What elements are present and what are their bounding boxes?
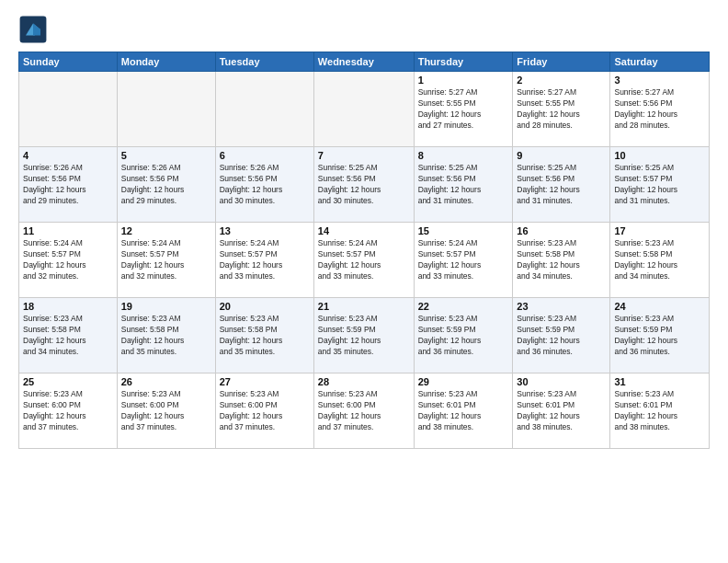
day-number: 6 <box>220 150 310 161</box>
day-number: 22 <box>418 301 509 312</box>
calendar-cell <box>215 72 313 147</box>
day-number: 24 <box>614 301 705 312</box>
calendar-week-3: 18Sunrise: 5:23 AM Sunset: 5:58 PM Dayli… <box>19 298 710 373</box>
page: SundayMondayTuesdayWednesdayThursdayFrid… <box>0 0 728 563</box>
calendar-cell: 8Sunrise: 5:25 AM Sunset: 5:56 PM Daylig… <box>414 147 513 223</box>
day-info: Sunrise: 5:23 AM Sunset: 6:01 PM Dayligh… <box>418 389 509 433</box>
day-number: 7 <box>318 150 410 161</box>
calendar-week-2: 11Sunrise: 5:24 AM Sunset: 5:57 PM Dayli… <box>19 223 710 298</box>
day-number: 14 <box>318 225 410 236</box>
day-info: Sunrise: 5:24 AM Sunset: 5:57 PM Dayligh… <box>121 238 211 282</box>
day-info: Sunrise: 5:23 AM Sunset: 6:00 PM Dayligh… <box>121 389 211 433</box>
logo <box>18 15 51 44</box>
day-info: Sunrise: 5:23 AM Sunset: 6:01 PM Dayligh… <box>614 389 705 433</box>
calendar-cell <box>117 72 215 147</box>
weekday-sunday: Sunday <box>19 52 118 72</box>
calendar-cell: 14Sunrise: 5:24 AM Sunset: 5:57 PM Dayli… <box>313 223 414 298</box>
calendar-cell: 28Sunrise: 5:23 AM Sunset: 6:00 PM Dayli… <box>313 373 414 449</box>
day-info: Sunrise: 5:26 AM Sunset: 5:56 PM Dayligh… <box>23 163 113 207</box>
weekday-tuesday: Tuesday <box>215 52 313 72</box>
day-info: Sunrise: 5:24 AM Sunset: 5:57 PM Dayligh… <box>23 238 113 282</box>
day-number: 21 <box>318 301 410 312</box>
day-info: Sunrise: 5:26 AM Sunset: 5:56 PM Dayligh… <box>121 163 211 207</box>
day-number: 29 <box>418 376 509 387</box>
day-number: 5 <box>121 150 211 161</box>
day-info: Sunrise: 5:25 AM Sunset: 5:56 PM Dayligh… <box>517 163 606 207</box>
day-number: 23 <box>517 301 606 312</box>
day-info: Sunrise: 5:23 AM Sunset: 6:01 PM Dayligh… <box>517 389 606 433</box>
weekday-saturday: Saturday <box>610 52 710 72</box>
day-info: Sunrise: 5:23 AM Sunset: 6:00 PM Dayligh… <box>318 389 410 433</box>
day-number: 12 <box>121 225 211 236</box>
day-number: 27 <box>220 376 310 387</box>
day-number: 16 <box>517 225 606 236</box>
calendar-cell: 6Sunrise: 5:26 AM Sunset: 5:56 PM Daylig… <box>215 147 313 223</box>
day-info: Sunrise: 5:27 AM Sunset: 5:56 PM Dayligh… <box>614 87 705 132</box>
calendar-cell: 2Sunrise: 5:27 AM Sunset: 5:55 PM Daylig… <box>513 72 610 147</box>
weekday-wednesday: Wednesday <box>313 52 414 72</box>
weekday-thursday: Thursday <box>414 52 513 72</box>
calendar-cell: 30Sunrise: 5:23 AM Sunset: 6:01 PM Dayli… <box>513 373 610 449</box>
day-info: Sunrise: 5:23 AM Sunset: 5:58 PM Dayligh… <box>614 238 705 282</box>
day-info: Sunrise: 5:23 AM Sunset: 5:58 PM Dayligh… <box>517 238 606 282</box>
weekday-monday: Monday <box>117 52 215 72</box>
calendar-cell: 25Sunrise: 5:23 AM Sunset: 6:00 PM Dayli… <box>19 373 118 449</box>
calendar-cell: 1Sunrise: 5:27 AM Sunset: 5:55 PM Daylig… <box>414 72 513 147</box>
day-info: Sunrise: 5:23 AM Sunset: 5:59 PM Dayligh… <box>418 314 509 358</box>
day-number: 30 <box>517 376 606 387</box>
header <box>18 15 710 44</box>
day-number: 9 <box>517 150 606 161</box>
day-number: 1 <box>418 75 509 86</box>
calendar-cell: 10Sunrise: 5:25 AM Sunset: 5:57 PM Dayli… <box>610 147 710 223</box>
calendar-cell: 12Sunrise: 5:24 AM Sunset: 5:57 PM Dayli… <box>117 223 215 298</box>
day-number: 28 <box>318 376 410 387</box>
calendar-cell: 5Sunrise: 5:26 AM Sunset: 5:56 PM Daylig… <box>117 147 215 223</box>
day-number: 3 <box>614 75 705 86</box>
day-number: 15 <box>418 225 509 236</box>
calendar-cell: 24Sunrise: 5:23 AM Sunset: 5:59 PM Dayli… <box>610 298 710 373</box>
day-number: 11 <box>23 225 113 236</box>
weekday-header-row: SundayMondayTuesdayWednesdayThursdayFrid… <box>19 52 710 72</box>
day-info: Sunrise: 5:23 AM Sunset: 6:00 PM Dayligh… <box>220 389 310 433</box>
calendar-cell: 31Sunrise: 5:23 AM Sunset: 6:01 PM Dayli… <box>610 373 710 449</box>
calendar-week-4: 25Sunrise: 5:23 AM Sunset: 6:00 PM Dayli… <box>19 373 710 449</box>
day-number: 13 <box>220 225 310 236</box>
day-info: Sunrise: 5:24 AM Sunset: 5:57 PM Dayligh… <box>220 238 310 282</box>
day-info: Sunrise: 5:27 AM Sunset: 5:55 PM Dayligh… <box>418 87 509 132</box>
day-number: 10 <box>614 150 705 161</box>
day-number: 4 <box>23 150 113 161</box>
calendar-week-0: 1Sunrise: 5:27 AM Sunset: 5:55 PM Daylig… <box>19 72 710 147</box>
calendar-cell: 7Sunrise: 5:25 AM Sunset: 5:56 PM Daylig… <box>313 147 414 223</box>
calendar-cell <box>313 72 414 147</box>
day-number: 25 <box>23 376 113 387</box>
day-info: Sunrise: 5:23 AM Sunset: 5:58 PM Dayligh… <box>23 314 113 358</box>
day-info: Sunrise: 5:25 AM Sunset: 5:57 PM Dayligh… <box>614 163 705 207</box>
calendar-cell: 17Sunrise: 5:23 AM Sunset: 5:58 PM Dayli… <box>610 223 710 298</box>
calendar-cell: 23Sunrise: 5:23 AM Sunset: 5:59 PM Dayli… <box>513 298 610 373</box>
calendar-cell: 11Sunrise: 5:24 AM Sunset: 5:57 PM Dayli… <box>19 223 118 298</box>
day-info: Sunrise: 5:23 AM Sunset: 5:58 PM Dayligh… <box>121 314 211 358</box>
day-number: 19 <box>121 301 211 312</box>
calendar-cell <box>19 72 118 147</box>
day-number: 31 <box>614 376 705 387</box>
day-number: 8 <box>418 150 509 161</box>
day-info: Sunrise: 5:25 AM Sunset: 5:56 PM Dayligh… <box>318 163 410 207</box>
calendar-cell: 3Sunrise: 5:27 AM Sunset: 5:56 PM Daylig… <box>610 72 710 147</box>
day-info: Sunrise: 5:24 AM Sunset: 5:57 PM Dayligh… <box>418 238 509 282</box>
calendar-week-1: 4Sunrise: 5:26 AM Sunset: 5:56 PM Daylig… <box>19 147 710 223</box>
day-info: Sunrise: 5:23 AM Sunset: 5:58 PM Dayligh… <box>220 314 310 358</box>
calendar-cell: 15Sunrise: 5:24 AM Sunset: 5:57 PM Dayli… <box>414 223 513 298</box>
day-info: Sunrise: 5:23 AM Sunset: 5:59 PM Dayligh… <box>614 314 705 358</box>
calendar-cell: 9Sunrise: 5:25 AM Sunset: 5:56 PM Daylig… <box>513 147 610 223</box>
day-info: Sunrise: 5:25 AM Sunset: 5:56 PM Dayligh… <box>418 163 509 207</box>
calendar-cell: 13Sunrise: 5:24 AM Sunset: 5:57 PM Dayli… <box>215 223 313 298</box>
day-info: Sunrise: 5:24 AM Sunset: 5:57 PM Dayligh… <box>318 238 410 282</box>
day-number: 26 <box>121 376 211 387</box>
logo-icon <box>18 15 48 44</box>
day-info: Sunrise: 5:27 AM Sunset: 5:55 PM Dayligh… <box>517 87 606 132</box>
day-info: Sunrise: 5:23 AM Sunset: 6:00 PM Dayligh… <box>23 389 113 433</box>
day-info: Sunrise: 5:26 AM Sunset: 5:56 PM Dayligh… <box>220 163 310 207</box>
calendar-cell: 29Sunrise: 5:23 AM Sunset: 6:01 PM Dayli… <box>414 373 513 449</box>
calendar-cell: 21Sunrise: 5:23 AM Sunset: 5:59 PM Dayli… <box>313 298 414 373</box>
day-info: Sunrise: 5:23 AM Sunset: 5:59 PM Dayligh… <box>517 314 606 358</box>
